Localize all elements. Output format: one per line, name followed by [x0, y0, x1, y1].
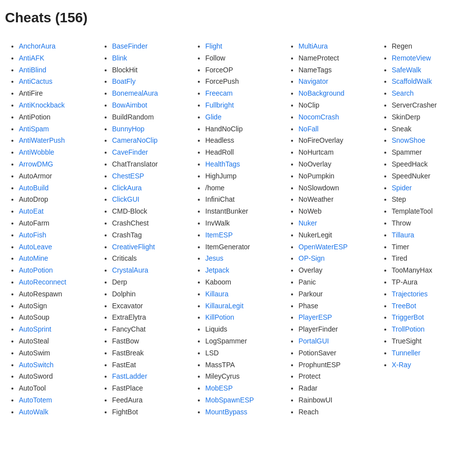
cheat-link[interactable]: Spider: [392, 184, 412, 192]
cheat-link[interactable]: AntiCactus: [19, 77, 53, 85]
list-item: Sneak: [392, 123, 466, 135]
cheat-link[interactable]: AutoBuild: [19, 184, 49, 192]
cheat-link[interactable]: AutoFish: [19, 231, 46, 239]
list-item: NoBackground: [298, 88, 373, 100]
cheat-link[interactable]: X-Ray: [392, 361, 411, 369]
list-item: AutoLeave: [19, 241, 93, 253]
list-item: Reach: [298, 406, 373, 418]
cheat-link[interactable]: Jesus: [205, 254, 224, 262]
cheat-link[interactable]: BoatFly: [112, 77, 135, 85]
cheat-link[interactable]: NoFall: [298, 125, 318, 133]
cheat-link[interactable]: ChestESP: [112, 172, 144, 180]
cheat-link[interactable]: AutoSprint: [19, 325, 51, 333]
cheat-link[interactable]: FastLadder: [112, 372, 147, 380]
cheat-link[interactable]: NoBackground: [298, 89, 345, 97]
list-item: NoPumpkin: [298, 170, 373, 182]
cheat-link[interactable]: AutoPotion: [19, 266, 53, 274]
list-item: AutoFarm: [19, 218, 93, 229]
cheat-link[interactable]: AntiAFK: [19, 54, 44, 62]
cheat-link[interactable]: BowAimbot: [112, 101, 147, 109]
cheat-link[interactable]: ItemESP: [205, 231, 233, 239]
cheat-link[interactable]: PortalGUI: [298, 337, 329, 345]
cheat-link[interactable]: Nuker: [298, 219, 317, 227]
cheat-link[interactable]: Fullbright: [205, 101, 234, 109]
cheat-link[interactable]: BunnyHop: [112, 125, 144, 133]
cheat-link[interactable]: AntiWaterPush: [19, 136, 65, 144]
cheat-link[interactable]: AnchorAura: [19, 42, 56, 50]
cheat-link[interactable]: AutoMine: [19, 254, 48, 262]
column-3: MultiAuraNameProtectNameTagsNavigatorNoB…: [285, 41, 378, 418]
cheat-link[interactable]: AutoEat: [19, 207, 44, 215]
cheat-link[interactable]: NocomCrash: [298, 113, 339, 121]
cheat-link[interactable]: KillauraLegit: [205, 302, 243, 310]
cheat-link[interactable]: TreeBot: [392, 302, 416, 310]
cheat-link[interactable]: Trajectories: [392, 290, 428, 298]
cheat-link[interactable]: MobSpawnESP: [205, 396, 254, 404]
cheat-link[interactable]: CaveFinder: [112, 148, 148, 156]
list-item: AntiAFK: [19, 53, 93, 64]
list-item: TooManyHax: [392, 265, 466, 277]
cheat-link[interactable]: ClickGUI: [112, 195, 139, 203]
cheat-link[interactable]: Tunneller: [392, 349, 420, 357]
list-item: MassTPA: [205, 359, 280, 371]
cheat-link[interactable]: HealthTags: [205, 160, 240, 168]
list-item: AutoPotion: [19, 265, 93, 277]
cheat-link[interactable]: MultiAura: [298, 42, 328, 50]
list-item: FastEat: [112, 359, 186, 371]
list-item: AutoSwitch: [19, 359, 93, 371]
cheat-link[interactable]: OP-Sign: [298, 254, 325, 262]
cheat-link[interactable]: RemoteView: [392, 54, 431, 62]
list-item: ServerCrasher: [392, 100, 466, 112]
cheat-link[interactable]: Killaura: [205, 290, 229, 298]
list-item: AntiBlind: [19, 64, 93, 76]
cheats-columns: AnchorAuraAntiAFKAntiBlindAntiCactusAnti…: [5, 41, 471, 418]
list-item: SpeedHack: [392, 159, 466, 170]
cheat-link[interactable]: AntiSpam: [19, 125, 49, 133]
cheat-link[interactable]: SnowShoe: [392, 136, 425, 144]
cheat-link[interactable]: AutoLeave: [19, 243, 52, 251]
list-item: NoFall: [298, 123, 373, 135]
list-item: Kaboom: [205, 277, 280, 288]
cheat-link[interactable]: BaseFinder: [112, 42, 148, 50]
cheat-link[interactable]: AntiKnockback: [19, 101, 65, 109]
cheat-link[interactable]: KillPotion: [205, 313, 234, 321]
cheat-link[interactable]: AntiBlind: [19, 66, 46, 74]
cheat-link[interactable]: Freecam: [205, 89, 233, 97]
cheat-link[interactable]: CameraNoClip: [112, 136, 158, 144]
cheat-link[interactable]: SafeWalk: [392, 66, 421, 74]
cheat-link[interactable]: AntiWobble: [19, 148, 54, 156]
cheat-link[interactable]: Blink: [112, 54, 127, 62]
cheat-link[interactable]: Navigator: [298, 77, 328, 85]
list-item: Regen: [392, 41, 466, 53]
cheat-link[interactable]: BonemealAura: [112, 89, 158, 97]
cheat-link[interactable]: AutoTotem: [19, 396, 52, 404]
column-4: RegenRemoteViewSafeWalkScaffoldWalkSearc…: [378, 41, 471, 418]
cheat-link[interactable]: Flight: [205, 42, 222, 50]
cheat-link[interactable]: AutoSwitch: [19, 361, 54, 369]
list-item: AutoTotem: [19, 395, 93, 406]
list-item: AutoRespawn: [19, 288, 93, 300]
cheat-link[interactable]: PlayerESP: [298, 313, 332, 321]
cheat-link[interactable]: Jetpack: [205, 266, 229, 274]
list-item: X-Ray: [392, 359, 466, 371]
cheat-link[interactable]: TrollPotion: [392, 325, 424, 333]
cheat-link[interactable]: Tillaura: [392, 231, 414, 239]
list-item: Killaura: [205, 288, 280, 300]
cheat-link[interactable]: OpenWaterESP: [298, 243, 348, 251]
cheat-link[interactable]: MountBypass: [205, 408, 247, 416]
cheat-link[interactable]: MobESP: [205, 384, 233, 392]
list-item: PlayerFinder: [298, 324, 373, 336]
cheat-link[interactable]: CreativeFlight: [112, 243, 155, 251]
cheat-link[interactable]: AutoWalk: [19, 408, 48, 416]
cheat-link[interactable]: Glide: [205, 113, 222, 121]
cheat-link[interactable]: ClickAura: [112, 184, 142, 192]
cheat-link[interactable]: TriggerBot: [392, 313, 424, 321]
cheat-link[interactable]: ArrowDMG: [19, 160, 53, 168]
cheat-link[interactable]: AutoReconnect: [19, 278, 66, 286]
cheat-link[interactable]: CrystalAura: [112, 266, 148, 274]
list-item: Radar: [298, 383, 373, 395]
column-1: BaseFinderBlinkBlockHitBoatFlyBonemealAu…: [98, 41, 191, 418]
list-item: OpenWaterESP: [298, 241, 373, 253]
cheat-link[interactable]: ScaffoldWalk: [392, 77, 432, 85]
cheat-link[interactable]: Search: [392, 89, 414, 97]
